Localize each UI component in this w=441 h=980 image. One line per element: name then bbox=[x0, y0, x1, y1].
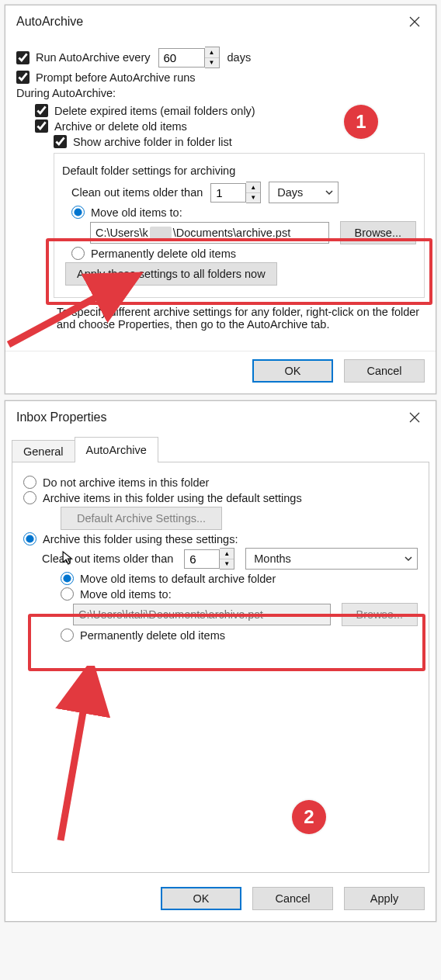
permanent-delete-label: Permanently delete old items bbox=[91, 248, 236, 260]
these-settings-radio[interactable]: Archive this folder using these settings… bbox=[23, 532, 238, 545]
spin-up-icon[interactable]: ▲ bbox=[220, 549, 234, 559]
ok-label: OK bbox=[193, 892, 210, 905]
archive-old-label: Archive or delete old items bbox=[54, 120, 187, 133]
move-to-path-b: \Documents\archive.pst bbox=[173, 227, 291, 239]
tab-autoarchive[interactable]: AutoArchive bbox=[75, 437, 158, 462]
ok-label: OK bbox=[285, 365, 301, 377]
cleanout-label: Clean out items older than bbox=[71, 186, 203, 199]
browse-button[interactable]: Browse... bbox=[340, 221, 416, 244]
during-label: During AutoArchive: bbox=[16, 87, 425, 99]
cancel-button[interactable]: Cancel bbox=[252, 887, 333, 910]
default-settings-radio[interactable]: Archive items in this folder using the d… bbox=[23, 491, 302, 504]
run-every-checkbox[interactable]: Run AutoArchive every bbox=[16, 51, 151, 64]
permanent-delete-radio[interactable]: Permanently delete old items bbox=[61, 629, 225, 642]
days-label: days bbox=[227, 51, 252, 64]
delete-expired-checkbox[interactable]: Delete expired items (email folders only… bbox=[35, 104, 255, 117]
svg-line-7 bbox=[61, 672, 90, 840]
chevron-down-icon bbox=[405, 555, 412, 563]
cleanout-unit-select[interactable]: Months bbox=[245, 548, 418, 570]
browse-button-label: Browse... bbox=[355, 227, 401, 239]
browse-label: Browse... bbox=[356, 608, 403, 621]
cleanout-label: Clean out items older than bbox=[42, 552, 173, 565]
tab-autoarchive-label: AutoArchive bbox=[86, 444, 147, 456]
browse-button: Browse... bbox=[342, 603, 418, 626]
annotation-arrow-2 bbox=[45, 666, 123, 844]
default-archive-settings-button: Default Archive Settings... bbox=[61, 507, 222, 530]
redacted-block bbox=[150, 227, 172, 239]
cleanout-unit-value: Days bbox=[277, 186, 303, 199]
apply-all-button[interactable]: Apply these settings to all folders now bbox=[65, 262, 277, 286]
delete-expired-label: Delete expired items (email folders only… bbox=[54, 105, 255, 117]
cancel-label: Cancel bbox=[366, 365, 401, 377]
close-button[interactable] bbox=[398, 9, 431, 34]
apply-button[interactable]: Apply bbox=[344, 887, 425, 910]
run-every-input[interactable] bbox=[158, 48, 205, 68]
spin-down-icon[interactable]: ▼ bbox=[246, 192, 260, 203]
cleanout-unit-value: Months bbox=[254, 552, 291, 565]
permanent-delete-label: Permanently delete old items bbox=[80, 629, 225, 642]
move-default-label: Move old items to default archive folder bbox=[80, 573, 276, 585]
dialog-title: AutoArchive bbox=[16, 15, 83, 29]
move-to-path-input: C:\Users\ktali\Documents\archive.pst bbox=[73, 604, 331, 625]
tab-general[interactable]: General bbox=[12, 440, 75, 462]
no-archive-radio[interactable]: Do not archive items in this folder bbox=[23, 476, 209, 489]
archive-old-checkbox[interactable]: Archive or delete old items bbox=[35, 119, 187, 133]
spin-up-icon[interactable]: ▲ bbox=[246, 182, 260, 192]
ok-button[interactable]: OK bbox=[161, 887, 241, 910]
move-to-label: Move old items to: bbox=[80, 588, 172, 601]
prompt-label: Prompt before AutoArchive runs bbox=[36, 71, 196, 84]
show-folder-label: Show archive folder in folder list bbox=[73, 136, 232, 148]
move-to-path-a: C:\Users\k bbox=[95, 227, 148, 239]
apply-all-label: Apply these settings to all folders now bbox=[77, 268, 266, 280]
cleanout-value-input[interactable] bbox=[210, 183, 246, 203]
tab-general-label: General bbox=[23, 445, 64, 458]
cleanout-unit-select[interactable]: Days bbox=[269, 182, 339, 203]
spin-down-icon[interactable]: ▼ bbox=[205, 57, 219, 68]
cancel-label: Cancel bbox=[275, 892, 310, 905]
close-icon bbox=[409, 412, 420, 423]
cancel-button[interactable]: Cancel bbox=[344, 359, 425, 383]
move-to-radio[interactable]: Move old items to: bbox=[71, 206, 182, 219]
default-settings-label: Archive items in this folder using the d… bbox=[43, 492, 302, 504]
chevron-down-icon bbox=[325, 189, 333, 196]
move-to-path-value: C:\Users\ktali\Documents\archive.pst bbox=[78, 608, 263, 621]
run-every-label: Run AutoArchive every bbox=[36, 51, 151, 64]
annotation-badge-1: 1 bbox=[344, 105, 378, 139]
move-to-radio[interactable]: Move old items to: bbox=[61, 587, 172, 601]
spin-up-icon[interactable]: ▲ bbox=[205, 47, 219, 57]
default-archive-settings-label: Default Archive Settings... bbox=[77, 512, 206, 525]
spin-down-icon[interactable]: ▼ bbox=[220, 559, 234, 569]
move-to-path-input[interactable]: C:\Users\k \Documents\archive.pst bbox=[90, 222, 329, 244]
these-settings-label: Archive this folder using these settings… bbox=[43, 533, 238, 545]
permanent-delete-radio[interactable]: Permanently delete old items bbox=[71, 247, 236, 260]
no-archive-label: Do not archive items in this folder bbox=[43, 476, 209, 489]
close-button[interactable] bbox=[398, 405, 431, 430]
hint-text: To specify different archive settings fo… bbox=[19, 306, 422, 331]
ok-button[interactable]: OK bbox=[252, 359, 333, 383]
close-icon bbox=[409, 16, 420, 27]
move-to-label: Move old items to: bbox=[91, 206, 182, 219]
apply-label: Apply bbox=[370, 892, 398, 905]
annotation-badge-2: 2 bbox=[292, 800, 326, 834]
prompt-checkbox[interactable]: Prompt before AutoArchive runs bbox=[16, 71, 196, 84]
cleanout-value-input[interactable] bbox=[184, 549, 220, 569]
move-default-radio[interactable]: Move old items to default archive folder bbox=[61, 572, 276, 585]
default-settings-header: Default folder settings for archiving bbox=[62, 164, 416, 177]
show-folder-checkbox[interactable]: Show archive folder in folder list bbox=[54, 135, 232, 148]
dialog-title: Inbox Properties bbox=[16, 410, 107, 424]
